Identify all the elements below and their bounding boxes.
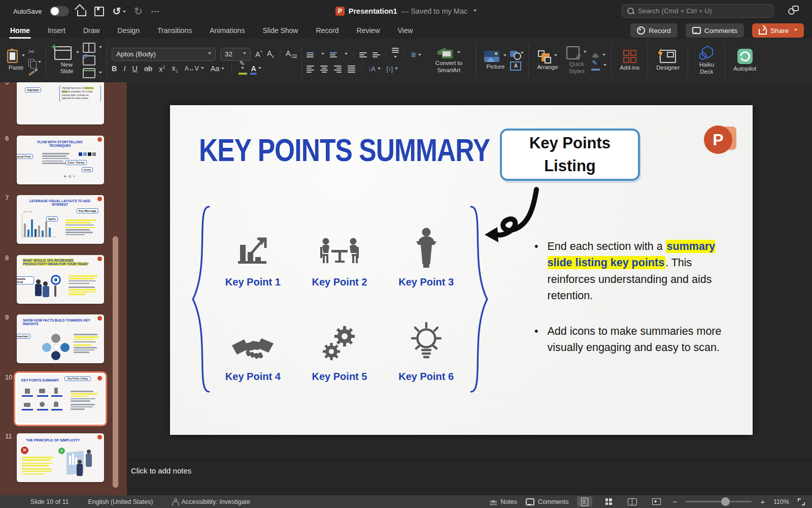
more-commands-icon[interactable]: ⋯ [151,7,159,16]
font-color-button[interactable]: A [251,64,261,73]
notes-placeholder[interactable]: Click to add notes [131,466,191,475]
tab-insert[interactable]: Insert [47,24,66,37]
picture-button[interactable]: Picture [481,50,510,71]
zoom-level[interactable]: 110% [773,498,789,505]
format-painter-button[interactable] [28,69,41,74]
autosave-toggle[interactable] [50,6,69,16]
paste-button[interactable]: Paste [4,49,28,72]
addins-button[interactable]: Add-ins [616,49,643,72]
character-spacing-button[interactable]: A↔V [185,65,204,72]
change-case-button[interactable]: Aa [211,65,225,73]
zoom-out-button[interactable]: − [672,497,677,506]
thumbnail-scrollbar[interactable] [113,236,118,488]
clear-formatting-button[interactable]: A⌫ [286,49,297,59]
key-point-2[interactable]: Key Point 2 [296,205,383,299]
tab-view[interactable]: View [397,24,414,37]
tab-review[interactable]: Review [356,24,381,37]
line-spacing-button[interactable] [392,48,399,62]
slide-sorter-button[interactable] [601,496,616,507]
underline-button[interactable]: U [132,65,138,73]
key-point-3[interactable]: Key Point 3 [383,205,469,299]
zoom-in-button[interactable]: + [760,497,765,506]
undo-button[interactable]: ↺ [112,5,126,17]
thumbnail-slide-8[interactable]: WHAT WOULD 10% INCREASED PRODUCTIVITY ME… [17,255,104,304]
slide-layout-button[interactable] [83,43,102,53]
quick-styles-button[interactable]: Quick Styles [561,45,592,76]
tab-design[interactable]: Design [117,24,141,37]
comments-toggle[interactable]: Comments [526,498,568,505]
tab-animations[interactable]: Animations [209,24,246,37]
decrease-font-button[interactable]: Av [267,49,274,59]
bullets-button[interactable] [307,52,314,57]
key-point-4[interactable]: Key Point 4 [210,299,296,394]
notes-toggle[interactable]: Notes [490,498,517,505]
highlight-color-button[interactable] [239,64,244,73]
cut-button[interactable]: ✂ [28,47,41,56]
slide-counter[interactable]: Slide 10 of 11 [30,498,69,505]
slide-body-text[interactable]: • End each section with a summary slide … [534,238,737,375]
slide-10-canvas[interactable]: KEY POINTS SUMMARY Key Points Listing P [170,105,753,435]
language-selector[interactable]: English (United States) [88,498,153,505]
left-brace-shape[interactable] [188,204,212,395]
account-icon[interactable] [788,6,798,16]
redo-icon[interactable]: ↻ [134,5,143,17]
key-point-1[interactable]: Key Point 1 [210,205,296,299]
slide-callout-box[interactable]: Key Points Listing [500,129,640,181]
numbering-button[interactable] [330,52,337,57]
right-brace-shape[interactable] [468,204,492,395]
superscript-button[interactable]: x2 [159,65,165,73]
reading-view-button[interactable] [625,496,640,507]
key-point-6[interactable]: Key Point 6 [383,299,469,394]
copy-button[interactable] [28,59,41,67]
thumbnail-slide-5[interactable]: AUDIENCE'S NEEDS Highlight Highlight key… [17,82,104,124]
tab-slideshow[interactable]: Slide Show [261,24,299,37]
align-left-button[interactable] [307,66,314,73]
align-text-button[interactable]: [↕] [387,66,398,73]
increase-indent-button[interactable] [373,52,380,57]
shape-fill-button[interactable] [592,53,606,58]
comments-button[interactable]: Comments [686,23,744,38]
section-button[interactable] [83,68,102,78]
tab-draw[interactable]: Draw [82,24,101,37]
thumbnail-slide-7[interactable]: LEVERAGE VISUAL LAYOUTS TO ADD INTEREST … [17,195,104,244]
document-title[interactable]: Presentation1 [349,7,397,15]
strikethrough-button[interactable]: ab [144,65,152,73]
text-direction-button[interactable]: ↓A [368,66,380,73]
italic-button[interactable]: I [123,65,125,73]
zoom-slider[interactable] [686,501,752,502]
align-center-button[interactable] [320,66,328,73]
fit-to-window-icon[interactable] [798,498,805,505]
justify-button[interactable] [348,66,355,73]
font-size-select[interactable]: 32 [220,48,251,61]
text-box-button[interactable]: A [510,61,524,71]
convert-smartart-button[interactable]: Convert to SmartArt [426,46,471,74]
new-slide-button[interactable]: New Slide [51,45,83,76]
reset-slide-button[interactable] [83,55,102,66]
thumbnail-slide-11[interactable]: THE PRINCIPLE OF SIMPLICITY ✕ ✓ [17,433,104,482]
shape-outline-button[interactable] [592,63,606,68]
title-chevron-icon[interactable] [473,10,477,13]
save-icon[interactable] [94,7,104,16]
increase-font-button[interactable]: A^ [255,50,262,58]
thumbnail-slide-6[interactable]: FLOW WITH STORYTELLING TECHNIQUES pical … [17,136,104,184]
align-right-button[interactable] [334,66,342,73]
font-name-select[interactable]: Aptos (Body) [112,48,216,61]
normal-view-button[interactable] [577,496,592,507]
thumbnail-slide-10-selected[interactable]: KEY POINTS SUMMARY Key Points Listing [14,371,107,426]
tab-home[interactable]: Home [9,24,31,37]
tab-record[interactable]: Record [315,24,340,37]
thumbnail-slide-9[interactable]: SHOW HOW FACTS BUILD TOWARDS KEY INSIGHT… [17,314,104,363]
tab-transitions[interactable]: Transitions [156,24,193,37]
decrease-indent-button[interactable] [359,52,367,57]
key-point-5[interactable]: Key Point 5 [296,299,383,394]
search-input[interactable]: Search (Cmd + Ctrl + U) [622,4,774,18]
columns-button[interactable]: ≣ [411,51,421,58]
bold-button[interactable]: B [112,65,117,73]
designer-button[interactable]: Designer [653,49,683,72]
haiku-deck-button[interactable]: Haiku Deck [693,45,720,76]
home-icon[interactable] [77,10,86,16]
accessibility-status[interactable]: Accessibility: Investigate [172,498,250,505]
slideshow-button[interactable] [649,496,664,507]
slide-title[interactable]: KEY POINTS SUMMARY [199,132,490,169]
zoom-slider-handle[interactable] [721,497,730,506]
